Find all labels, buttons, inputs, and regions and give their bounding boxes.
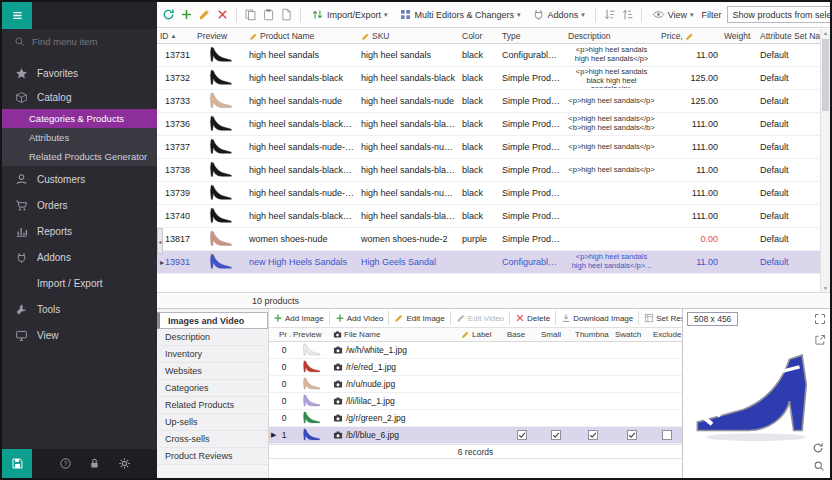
image-row[interactable]: ▶1/b/l/blue_6.jpg	[269, 427, 682, 444]
col-header-swatch[interactable]: Swatch	[613, 330, 651, 339]
tab-inventory[interactable]: Inventory	[157, 346, 268, 363]
col-header-attribute-set-name[interactable]: Attribute Set Name	[757, 31, 820, 41]
edit-product-button[interactable]	[198, 8, 211, 21]
paste-icon[interactable]	[262, 8, 275, 21]
col-header-price[interactable]: Price,	[658, 31, 721, 41]
col-header-exclude[interactable]: Exclude	[651, 330, 682, 339]
sidebar-item-related-products-generator[interactable]: Related Products Generator	[2, 147, 157, 166]
vertical-scrollbar[interactable]: ▲ ▼	[820, 29, 830, 292]
product-row[interactable]: ▸13931new High Heels SandalsHigh Geels S…	[157, 251, 820, 274]
product-row[interactable]: ▸13817women shoes-nudewomen shoes-nude-2…	[157, 228, 820, 251]
product-row[interactable]: ▸13731high heel sandalshigh heel sandals…	[157, 44, 820, 67]
sidebar-item-customers[interactable]: Customers	[2, 166, 157, 192]
base-checkbox[interactable]	[517, 430, 527, 440]
col-header-file-name[interactable]: File Name	[331, 330, 459, 339]
delete-image-button[interactable]: Delete	[515, 313, 550, 323]
col-header-product-name[interactable]: Product Name	[246, 31, 358, 41]
col-header-id[interactable]: ID▲	[157, 31, 194, 41]
product-row[interactable]: ▸13738high heel sandals-black-37high hee…	[157, 159, 820, 182]
zoom-icon[interactable]	[813, 460, 825, 472]
multi-editors-menu[interactable]: Multi Editors & Changers ▾	[396, 6, 524, 23]
col-header-thumbna[interactable]: Thumbna	[573, 330, 613, 339]
col-header-preview[interactable]: Preview	[291, 330, 331, 339]
col-header-small[interactable]: Small	[539, 330, 573, 339]
addons-menu[interactable]: Addons ▾	[529, 6, 588, 23]
fullscreen-icon[interactable]	[814, 313, 826, 325]
add-video-button[interactable]: Add Video	[335, 313, 384, 323]
col-header-color[interactable]: Color	[459, 31, 499, 41]
save-button[interactable]	[2, 449, 32, 478]
sidebar-item-import-export[interactable]: Import / Export	[2, 270, 157, 296]
sidebar-item-view[interactable]: View	[2, 322, 157, 348]
gear-icon[interactable]	[118, 457, 131, 470]
edit-image-button[interactable]: Edit Image	[394, 313, 444, 323]
sidebar-item-catalog[interactable]: Catalog	[2, 85, 157, 109]
image-row[interactable]: 0/g/r/green_2.jpg	[269, 410, 682, 427]
col-header-weight[interactable]: Weight	[721, 31, 757, 41]
sort-descending-icon[interactable]	[621, 8, 634, 21]
sidebar-item-label: Addons	[37, 252, 71, 263]
tab-related-products[interactable]: Related Products	[157, 397, 268, 414]
tab-label: Images and Video	[168, 316, 244, 326]
menu-toggle-button[interactable]	[2, 2, 32, 29]
image-row[interactable]: 0/n/u/nude.jpg	[269, 376, 682, 393]
col-header-base[interactable]: Base	[505, 330, 539, 339]
view-menu[interactable]: View ▾	[649, 6, 697, 23]
product-row[interactable]: ▸13737high heel sandals-nude-36high heel…	[157, 136, 820, 159]
tab-categories[interactable]: Categories	[157, 380, 268, 397]
scroll-up-arrow[interactable]: ▲	[821, 30, 830, 36]
col-header-description[interactable]: Description	[565, 31, 658, 41]
tab-cross-sells[interactable]: Cross-sells	[157, 431, 268, 448]
product-row[interactable]: ▸13733high heel sandals-nudehigh heel sa…	[157, 90, 820, 113]
add-image-button[interactable]: Add Image	[273, 313, 324, 323]
col-header-label[interactable]: Label	[459, 330, 505, 339]
exclude-checkbox[interactable]	[662, 430, 672, 440]
tab-up-sells[interactable]: Up-sells	[157, 414, 268, 431]
copy-icon[interactable]	[244, 8, 257, 21]
scrollbar-thumb[interactable]	[822, 39, 829, 111]
thumbnail-checkbox[interactable]	[588, 430, 598, 440]
image-row[interactable]: 0/r/e/red_1.jpg	[269, 359, 682, 376]
col-header-label: Color	[462, 31, 482, 41]
sidebar-item-categories-products[interactable]: Categories & Products	[2, 109, 157, 128]
category-filter-select[interactable]: Show products from selected categories ▾	[727, 6, 830, 23]
col-header-sku[interactable]: SKU	[358, 31, 459, 41]
product-row[interactable]: ▸13732high heel sandals-blackhigh heel s…	[157, 67, 820, 90]
sidebar-item-reports[interactable]: Reports	[2, 218, 157, 244]
sidebar-item-tools[interactable]: Tools	[2, 296, 157, 322]
tab-description[interactable]: Description	[157, 329, 268, 346]
product-row[interactable]: ▸13740high heel sandals-black-38high hee…	[157, 205, 820, 228]
image-row[interactable]: 0/w/h/white_1.jpg	[269, 342, 682, 359]
sidebar-item-orders[interactable]: Orders	[2, 192, 157, 218]
product-row[interactable]: ▸13739high heel sandals-nude-37high heel…	[157, 182, 820, 205]
image-position: 0	[277, 379, 291, 389]
download-image-button-label: Download Image	[573, 314, 633, 323]
set-resize-rule-button[interactable]: Set Resize Rule▾	[644, 313, 682, 323]
scroll-down-arrow[interactable]: ▼	[821, 285, 830, 291]
tab-websites[interactable]: Websites	[157, 363, 268, 380]
import-export-menu[interactable]: Import/Export ▾	[308, 6, 391, 23]
panel-collapse-handle[interactable]: ◂	[157, 228, 163, 254]
sidebar-item-favorites[interactable]: Favorites	[2, 61, 157, 85]
delete-product-button[interactable]	[216, 8, 229, 21]
add-product-button[interactable]	[180, 8, 193, 21]
sidebar-item-attributes[interactable]: Attributes	[2, 128, 157, 147]
col-header-pr[interactable]: Pr▲	[277, 330, 291, 339]
refresh-button[interactable]	[162, 8, 175, 21]
sort-ascending-icon[interactable]	[603, 8, 616, 21]
reset-zoom-icon[interactable]	[812, 442, 824, 454]
download-image-button[interactable]: Download Image	[561, 313, 633, 323]
swatch-checkbox[interactable]	[627, 430, 637, 440]
lock-icon[interactable]	[88, 457, 101, 470]
sidebar-item-addons[interactable]: Addons	[2, 244, 157, 270]
sidebar-search-input[interactable]: Find menu item	[2, 29, 157, 53]
tab-product-reviews[interactable]: Product Reviews	[157, 448, 268, 465]
col-header-type[interactable]: Type	[499, 31, 565, 41]
tab-images-and-video[interactable]: Images and Video	[157, 312, 268, 329]
small-checkbox[interactable]	[551, 430, 561, 440]
help-icon[interactable]: ?	[59, 457, 72, 470]
col-header-preview[interactable]: Preview	[194, 31, 246, 41]
image-row[interactable]: 0/l/i/lilac_1.jpg	[269, 393, 682, 410]
product-row[interactable]: ▸13736high heel sandals-black-36high hee…	[157, 113, 820, 136]
document-icon[interactable]	[280, 8, 293, 21]
